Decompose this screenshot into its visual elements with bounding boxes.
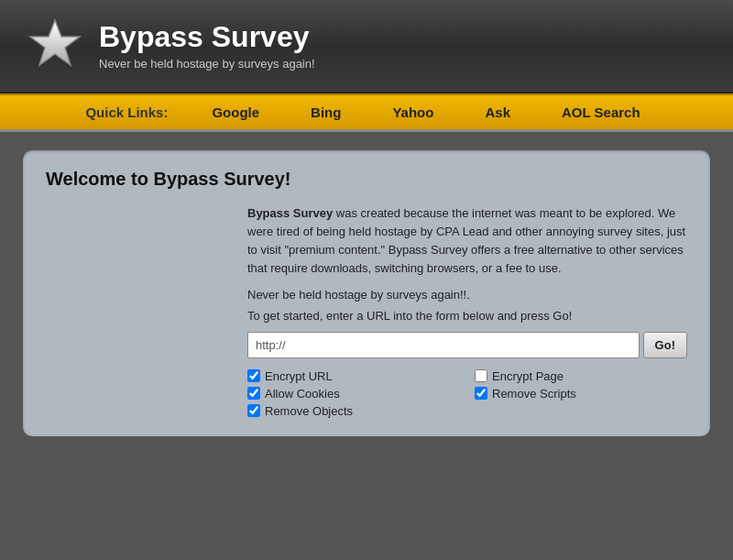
content-layout: Bypass Survey was created because the in… bbox=[46, 204, 687, 418]
svg-marker-0 bbox=[30, 20, 80, 65]
encrypt-url-label[interactable]: Encrypt URL bbox=[265, 369, 333, 383]
allow-cookies-label[interactable]: Allow Cookies bbox=[265, 387, 340, 401]
quick-links-label: Quick Links: bbox=[67, 104, 186, 120]
remove-scripts-label[interactable]: Remove Scripts bbox=[492, 387, 576, 401]
navbar: Quick Links: Google Bing Yahoo Ask AOL S… bbox=[0, 93, 733, 132]
encrypt-url-checkbox[interactable] bbox=[247, 369, 260, 382]
option-encrypt-page: Encrypt Page bbox=[475, 369, 687, 383]
remove-objects-label[interactable]: Remove Objects bbox=[265, 404, 353, 418]
allow-cookies-checkbox[interactable] bbox=[247, 387, 260, 400]
nav-link-bing[interactable]: Bing bbox=[285, 104, 366, 120]
site-title: Bypass Survey bbox=[99, 21, 315, 53]
option-allow-cookies: Allow Cookies bbox=[247, 387, 460, 401]
nav-link-aol[interactable]: AOL Search bbox=[536, 104, 666, 120]
left-column bbox=[46, 204, 229, 418]
right-column: Bypass Survey was created because the in… bbox=[247, 204, 687, 418]
remove-objects-checkbox[interactable] bbox=[247, 404, 260, 417]
description-paragraph: Bypass Survey was created because the in… bbox=[247, 204, 687, 279]
options-grid: Encrypt URL Encrypt Page Allow Cookies R… bbox=[247, 369, 687, 418]
url-form: Go! bbox=[247, 332, 687, 358]
option-remove-objects: Remove Objects bbox=[247, 404, 460, 418]
get-started-text: To get started, enter a URL into the for… bbox=[247, 309, 687, 323]
option-encrypt-url: Encrypt URL bbox=[247, 369, 460, 383]
encrypt-page-checkbox[interactable] bbox=[475, 369, 487, 382]
star-icon bbox=[27, 16, 82, 75]
remove-scripts-checkbox[interactable] bbox=[475, 387, 487, 400]
nav-link-yahoo[interactable]: Yahoo bbox=[366, 104, 459, 120]
url-input[interactable] bbox=[247, 332, 640, 358]
main-content: Welcome to Bypass Survey! Bypass Survey … bbox=[23, 150, 710, 436]
nav-link-ask[interactable]: Ask bbox=[459, 104, 536, 120]
site-subtitle: Never be held hostage by surveys again! bbox=[99, 57, 315, 71]
header: Bypass Survey Never be held hostage by s… bbox=[0, 0, 733, 93]
encrypt-page-label[interactable]: Encrypt Page bbox=[492, 369, 563, 383]
option-remove-scripts: Remove Scripts bbox=[475, 387, 687, 401]
go-button[interactable]: Go! bbox=[643, 332, 687, 358]
header-text: Bypass Survey Never be held hostage by s… bbox=[99, 21, 315, 71]
tagline: Never be held hostage by surveys again!!… bbox=[247, 288, 687, 302]
nav-link-google[interactable]: Google bbox=[186, 104, 285, 120]
welcome-title: Welcome to Bypass Survey! bbox=[46, 169, 687, 190]
brand-name: Bypass Survey bbox=[247, 206, 333, 220]
